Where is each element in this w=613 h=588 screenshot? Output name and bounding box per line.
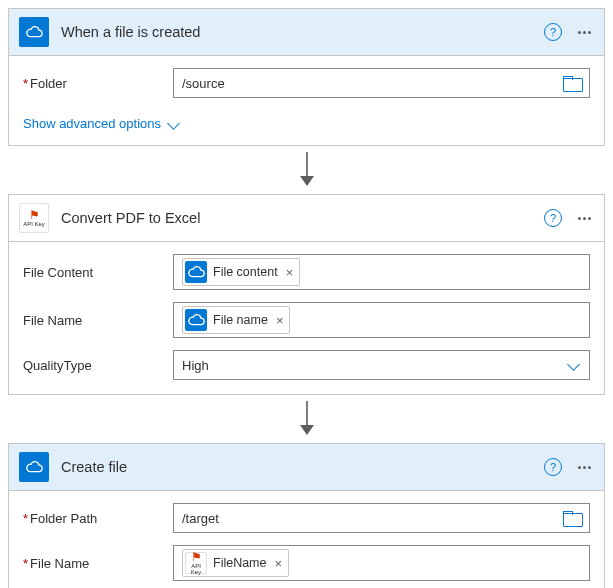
svg-marker-3	[300, 425, 314, 435]
convert-card: ⚑API Key Convert PDF to Excel ? File Con…	[8, 194, 605, 395]
card-title: When a file is created	[61, 24, 544, 40]
folder-label: *Folder	[23, 76, 173, 91]
remove-token-icon[interactable]: ×	[286, 265, 294, 280]
card-header[interactable]: Create file ?	[9, 444, 604, 491]
card-title: Convert PDF to Excel	[61, 210, 544, 226]
help-icon[interactable]: ?	[544, 23, 562, 41]
file-name-input[interactable]: File name ×	[173, 302, 590, 338]
file-name-label: *File Name	[23, 556, 173, 571]
file-content-token[interactable]: File content ×	[182, 258, 300, 286]
folder-picker-icon[interactable]	[563, 76, 581, 90]
create-file-card: Create file ? *Folder Path /target *File…	[8, 443, 605, 588]
trigger-card: When a file is created ? *Folder /source…	[8, 8, 605, 146]
help-icon[interactable]: ?	[544, 209, 562, 227]
folder-picker-icon[interactable]	[563, 511, 581, 525]
flow-arrow	[8, 146, 605, 194]
file-name-token[interactable]: ⚑API Key FileName ×	[182, 549, 289, 577]
onedrive-icon	[185, 309, 207, 331]
remove-token-icon[interactable]: ×	[275, 556, 283, 571]
more-menu-icon[interactable]	[574, 466, 594, 469]
folder-input[interactable]: /source	[173, 68, 590, 98]
card-header[interactable]: When a file is created ?	[9, 9, 604, 56]
svg-marker-1	[300, 176, 314, 186]
file-content-input[interactable]: File content ×	[173, 254, 590, 290]
more-menu-icon[interactable]	[574, 217, 594, 220]
onedrive-icon	[185, 261, 207, 283]
folder-path-input[interactable]: /target	[173, 503, 590, 533]
show-advanced-link[interactable]: Show advanced options	[23, 116, 181, 131]
folder-path-label: *Folder Path	[23, 511, 173, 526]
apikey-icon: ⚑API Key	[185, 552, 207, 574]
apikey-icon: ⚑API Key	[19, 203, 49, 233]
help-icon[interactable]: ?	[544, 458, 562, 476]
flow-arrow	[8, 395, 605, 443]
file-content-label: File Content	[23, 265, 173, 280]
chevron-down-icon	[167, 117, 181, 131]
more-menu-icon[interactable]	[574, 31, 594, 34]
onedrive-icon	[19, 452, 49, 482]
chevron-down-icon[interactable]	[567, 358, 581, 372]
quality-type-label: QualityType	[23, 358, 173, 373]
file-name-token[interactable]: File name ×	[182, 306, 290, 334]
card-header[interactable]: ⚑API Key Convert PDF to Excel ?	[9, 195, 604, 242]
onedrive-icon	[19, 17, 49, 47]
file-name-label: File Name	[23, 313, 173, 328]
quality-type-select[interactable]: High	[173, 350, 590, 380]
card-title: Create file	[61, 459, 544, 475]
remove-token-icon[interactable]: ×	[276, 313, 284, 328]
file-name-input[interactable]: ⚑API Key FileName ×	[173, 545, 590, 581]
